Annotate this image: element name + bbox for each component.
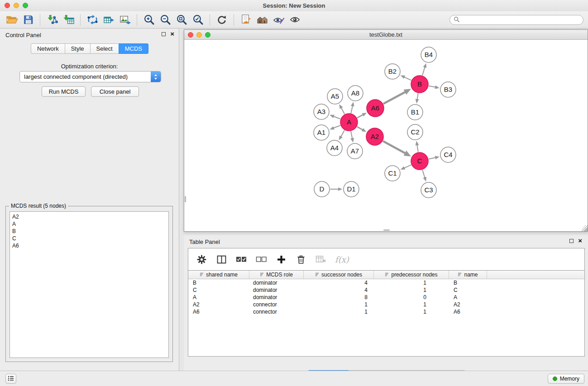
- run-mcds-button[interactable]: Run MCDS: [42, 86, 86, 97]
- node-B[interactable]: B: [411, 76, 428, 93]
- float-table-panel-icon[interactable]: [569, 239, 574, 243]
- node-A2[interactable]: A2: [366, 128, 383, 145]
- mcds-result-item[interactable]: C: [10, 235, 168, 242]
- node-A8[interactable]: A8: [348, 86, 363, 101]
- delete-icon[interactable]: [295, 253, 307, 266]
- hide-panels-icon[interactable]: [254, 13, 270, 27]
- node-B4[interactable]: B4: [421, 47, 436, 62]
- mcds-result-item[interactable]: A: [10, 220, 168, 228]
- table-row[interactable]: A6connector11A6: [188, 308, 584, 315]
- export-table-icon[interactable]: [100, 13, 117, 27]
- node-B3[interactable]: B3: [440, 82, 456, 97]
- style-visibility-icon[interactable]: [270, 13, 287, 27]
- edge-B-B2[interactable]: [404, 77, 411, 80]
- edge-A-A6[interactable]: [357, 115, 363, 118]
- table-row[interactable]: A2connector11A2: [188, 301, 584, 308]
- network-overview-icon[interactable]: [238, 13, 254, 27]
- edge-A2-C[interactable]: [383, 141, 405, 153]
- function-builder-button[interactable]: f(x): [335, 255, 349, 264]
- edge-C-C4[interactable]: [429, 157, 435, 159]
- column-header-successor-nodes[interactable]: successor nodes: [304, 271, 374, 279]
- edge-A-A5[interactable]: [341, 108, 344, 114]
- show-columns-icon[interactable]: [215, 253, 227, 266]
- node-A4[interactable]: A4: [327, 140, 342, 156]
- edge-A-A4[interactable]: [341, 130, 344, 137]
- save-session-icon[interactable]: [20, 13, 36, 27]
- task-history-button[interactable]: [5, 374, 16, 384]
- node-D[interactable]: D: [314, 181, 330, 197]
- node-C1[interactable]: C1: [385, 166, 400, 181]
- node-A3[interactable]: A3: [314, 104, 329, 119]
- mcds-result-item[interactable]: B: [10, 228, 168, 235]
- float-panel-icon[interactable]: [162, 32, 166, 36]
- open-file-icon[interactable]: [4, 13, 20, 27]
- node-A5[interactable]: A5: [327, 89, 343, 104]
- delete-table-icon[interactable]: [315, 253, 327, 266]
- svg-text:A6: A6: [371, 104, 379, 112]
- tab-mcds[interactable]: MCDS: [119, 43, 148, 54]
- column-header-predecessor-nodes[interactable]: predecessor nodes: [374, 271, 449, 279]
- refresh-layout-icon[interactable]: [214, 13, 230, 27]
- tab-select[interactable]: Select: [90, 43, 119, 54]
- mcds-result-list[interactable]: A2ABCA6: [10, 211, 169, 358]
- node-B2[interactable]: B2: [385, 64, 400, 79]
- node-D1[interactable]: D1: [344, 181, 359, 197]
- edge-A6-B[interactable]: [383, 92, 405, 104]
- select-all-icon[interactable]: [235, 253, 247, 266]
- mcds-result-item[interactable]: A6: [10, 242, 168, 249]
- deselect-all-icon[interactable]: [255, 253, 267, 266]
- close-panel-button[interactable]: Close panel: [91, 86, 139, 97]
- network-canvas[interactable]: AA2A6BCA1A3A4A5A7A8B1B2B3B4C1C2C3C4DD1: [184, 40, 588, 231]
- close-table-panel-icon[interactable]: ×: [578, 238, 582, 243]
- node-A6[interactable]: A6: [367, 100, 384, 117]
- add-icon[interactable]: [275, 253, 287, 266]
- node-A[interactable]: A: [340, 114, 358, 131]
- node-A7[interactable]: A7: [347, 143, 363, 159]
- column-header-shared-name[interactable]: shared name: [188, 271, 249, 279]
- settings-gear-icon[interactable]: [196, 253, 207, 266]
- edge-B-B4[interactable]: [422, 67, 425, 76]
- edge-A-A8[interactable]: [351, 106, 352, 113]
- zoom-out-icon[interactable]: [157, 13, 173, 27]
- vertical-scroll-nub[interactable]: [185, 196, 186, 202]
- edge-B-B3[interactable]: [429, 86, 435, 87]
- node-C4[interactable]: C4: [440, 147, 456, 162]
- memory-button[interactable]: Memory: [548, 374, 584, 384]
- node-B1[interactable]: B1: [407, 105, 423, 120]
- table-row[interactable]: Cdominator41C: [188, 286, 584, 294]
- horizontal-scroll-nub[interactable]: [383, 229, 390, 231]
- graphics-details-icon[interactable]: [287, 13, 303, 27]
- edge-C-C3[interactable]: [422, 170, 425, 178]
- network-window-titlebar[interactable]: testGlobe.txt: [184, 30, 588, 40]
- import-network-icon[interactable]: [44, 13, 60, 27]
- import-table-icon[interactable]: [60, 13, 76, 27]
- edge-A-A3[interactable]: [334, 116, 340, 119]
- memory-label: Memory: [560, 376, 579, 382]
- node-A1[interactable]: A1: [314, 125, 329, 140]
- edge-C-C2[interactable]: [417, 145, 418, 152]
- resize-grip[interactable]: [582, 225, 588, 231]
- column-header-name[interactable]: name: [449, 271, 487, 279]
- zoom-fit-icon[interactable]: [173, 13, 190, 27]
- export-network-icon[interactable]: [84, 13, 100, 27]
- edge-A-A7[interactable]: [351, 131, 352, 138]
- close-panel-icon[interactable]: ×: [170, 31, 174, 37]
- search-input[interactable]: [462, 16, 583, 24]
- node-C[interactable]: C: [411, 152, 428, 170]
- mcds-result-item[interactable]: A2: [10, 213, 168, 220]
- node-C3[interactable]: C3: [421, 182, 436, 198]
- table-row[interactable]: Bdominator41B: [188, 279, 584, 286]
- tab-network[interactable]: Network: [31, 43, 65, 54]
- edge-B-B1[interactable]: [417, 93, 418, 99]
- node-C2[interactable]: C2: [407, 124, 423, 140]
- export-image-icon[interactable]: [117, 13, 133, 27]
- tab-style[interactable]: Style: [65, 43, 91, 54]
- zoom-selected-icon[interactable]: [190, 13, 206, 27]
- table-row[interactable]: Adominator80A: [188, 294, 584, 301]
- edge-A-A2[interactable]: [357, 127, 363, 130]
- zoom-in-icon[interactable]: [141, 13, 157, 27]
- optimization-criterion-select[interactable]: largest connected component (directed): [19, 71, 161, 82]
- edge-A-A1[interactable]: [334, 125, 340, 128]
- edge-C-C1[interactable]: [404, 165, 411, 168]
- column-header-mcds-role[interactable]: MCDS role: [249, 271, 304, 279]
